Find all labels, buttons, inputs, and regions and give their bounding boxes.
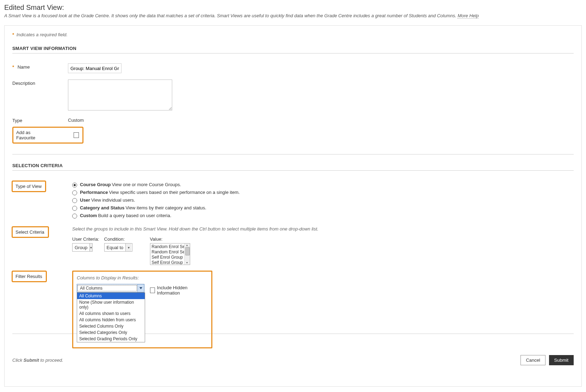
required-star-icon: * <box>12 64 14 70</box>
section-header-info: SMART VIEW INFORMATION <box>12 46 574 53</box>
required-note-text: Indicates a required field. <box>17 32 68 37</box>
chevron-down-icon: ▾ <box>89 244 92 251</box>
radio-category-status[interactable]: Category and StatusView items by their c… <box>72 205 240 211</box>
select-text: Equal to <box>105 245 126 250</box>
select-criteria-highlight: Select Criteria <box>12 226 49 238</box>
submit-note-pre: Click <box>12 358 24 363</box>
description-textarea[interactable] <box>68 80 172 110</box>
required-star-icon: * <box>12 32 14 37</box>
radio-text: View individual users. <box>91 197 135 203</box>
filter-results-label: Filter Results <box>15 274 42 279</box>
dropdown-option[interactable]: None (Show user information only) <box>77 299 145 310</box>
radio-user[interactable]: UserView individual users. <box>72 197 240 203</box>
dropdown-option[interactable]: Selected Categories Only <box>77 329 145 336</box>
filter-results-highlight: Filter Results <box>12 271 47 282</box>
scroll-down-icon[interactable]: ▾ <box>186 261 188 265</box>
type-of-view-label: Type of View <box>15 184 42 189</box>
radio-bold: Course Group <box>80 182 111 187</box>
name-label: * Name <box>12 63 68 70</box>
favourite-label: Add as Favourite <box>16 130 50 140</box>
scroll-up-icon[interactable]: ▴ <box>186 244 188 247</box>
radio-course-group[interactable]: Course GroupView one or more Course Grou… <box>72 182 240 188</box>
description-label: Description <box>12 80 68 86</box>
page-description: A Smart View is a focused look at the Gr… <box>4 13 582 18</box>
type-value: Custom <box>68 117 84 123</box>
columns-dropdown-list: All Columns None (Show user information … <box>77 292 145 342</box>
page-description-text: A Smart View is a focused look at the Gr… <box>4 13 457 18</box>
radio-performance[interactable]: PerformanceView specific users based on … <box>72 190 240 195</box>
chevron-down-icon: ▾ <box>125 244 131 251</box>
cancel-button[interactable]: Cancel <box>520 355 545 365</box>
condition-select[interactable]: Equal to ▾ <box>104 243 132 252</box>
value-listbox[interactable]: Random Enrol Set 1 Random Enrol Set 2 Se… <box>150 243 190 265</box>
favourite-checkbox[interactable] <box>74 132 79 138</box>
include-hidden-checkbox[interactable] <box>150 287 155 293</box>
filter-results-panel-highlight: Columns to Display in Results: All Colum… <box>72 271 212 348</box>
radio-icon <box>72 214 77 219</box>
user-criteria-select[interactable]: Group ▾ <box>72 243 93 252</box>
dropdown-text: All Columns <box>77 285 137 291</box>
select-criteria-hint: Select the groups to include in this Sma… <box>72 226 574 232</box>
radio-icon <box>72 198 77 203</box>
type-of-view-highlight: Type of View <box>12 181 46 192</box>
view-options-group: Course GroupView one or more Course Grou… <box>72 181 240 221</box>
dropdown-option[interactable]: Selected Grading Periods Only <box>77 336 145 342</box>
radio-text: Build a query based on user criteria. <box>98 213 171 218</box>
submit-button[interactable]: Submit <box>549 355 574 365</box>
dropdown-option[interactable]: All columns hidden from users <box>77 317 145 323</box>
condition-header: Condition: <box>104 236 132 242</box>
include-hidden-label: Include Hidden Information <box>157 285 202 296</box>
name-input[interactable] <box>68 63 121 73</box>
user-criteria-header: User Criteria: <box>72 236 99 242</box>
select-criteria-label: Select Criteria <box>15 229 44 235</box>
submit-note: Click Submit to proceed. <box>12 358 63 363</box>
radio-text: View one or more Course Groups. <box>112 182 181 187</box>
chevron-down-icon <box>137 284 144 292</box>
select-text: Group <box>73 245 89 250</box>
submit-note-post: to proceed. <box>39 358 63 363</box>
radio-icon <box>72 190 77 195</box>
columns-dropdown[interactable]: All Columns <box>77 284 144 292</box>
required-field-note: * Indicates a required field. <box>12 32 574 37</box>
scrollbar[interactable]: ▴ ▾ <box>184 244 190 265</box>
dropdown-option[interactable]: Selected Columns Only <box>77 323 145 329</box>
name-label-text: Name <box>18 64 30 70</box>
value-header: Value: <box>150 236 190 242</box>
columns-to-display-label: Columns to Display in Results: <box>77 275 202 280</box>
more-help-link[interactable]: More Help <box>457 13 479 19</box>
radio-custom[interactable]: CustomBuild a query based on user criter… <box>72 213 240 219</box>
radio-icon <box>72 183 77 188</box>
radio-bold: User <box>80 197 90 203</box>
scroll-thumb[interactable] <box>185 247 190 255</box>
radio-bold: Performance <box>80 190 108 195</box>
main-panel: * Indicates a required field. SMART VIEW… <box>4 25 582 387</box>
radio-bold: Custom <box>80 213 97 218</box>
page-title: Edited Smart View: <box>4 4 582 12</box>
dropdown-option[interactable]: All columns shown to users <box>77 310 145 317</box>
type-label: Type <box>12 117 68 123</box>
section-header-criteria: SELECTION CRITERIA <box>12 163 574 171</box>
radio-bold: Category and Status <box>80 205 124 210</box>
submit-note-bold: Submit <box>24 358 39 363</box>
radio-text: View items by their category and status. <box>125 205 206 210</box>
dropdown-option[interactable]: All Columns <box>77 293 145 299</box>
radio-icon <box>72 206 77 211</box>
radio-text: View specific users based on their perfo… <box>109 190 239 195</box>
favourite-highlight: Add as Favourite <box>12 127 83 144</box>
